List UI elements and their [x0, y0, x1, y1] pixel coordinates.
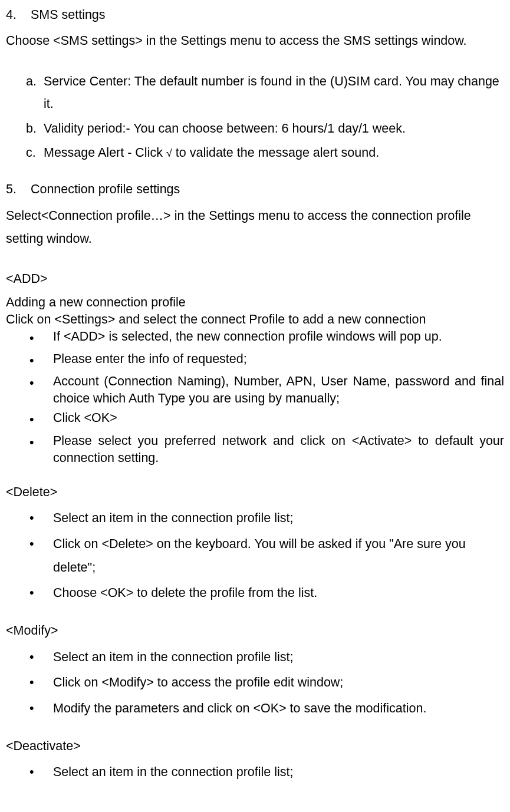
checkmark-icon: √	[166, 147, 172, 159]
section-5-num: 5.	[6, 179, 17, 199]
deactivate-item-0: Select an item in the connection profile…	[53, 761, 504, 784]
list-item-c: Message Alert - Click √ to validate the …	[44, 143, 504, 163]
bullet-icon: •	[29, 646, 53, 669]
bullet-icon: •	[29, 433, 53, 467]
list-marker-c: c.	[26, 143, 44, 163]
modify-list: • Select an item in the connection profi…	[6, 646, 504, 721]
bullet-icon: •	[29, 533, 53, 580]
deactivate-heading: <Deactivate>	[6, 736, 504, 756]
add-item-0: If <ADD> is selected, the new connection…	[53, 328, 504, 348]
add-sub2: Click on <Settings> and select the conne…	[6, 311, 504, 328]
add-item-3: Click <OK>	[53, 410, 504, 430]
section-5-title: Connection profile settings	[31, 182, 180, 196]
section-5-heading: 5. Connection profile settings	[6, 179, 504, 199]
delete-list: • Select an item in the connection profi…	[6, 507, 504, 605]
modify-item-1: Click on <Modify> to access the profile …	[53, 671, 504, 695]
bullet-icon: •	[29, 761, 53, 784]
list-item-b: Validity period:- You can choose between…	[44, 118, 504, 138]
bullet-icon: •	[29, 697, 53, 721]
item-c-before: Message Alert - Click	[44, 146, 166, 160]
bullet-icon: •	[29, 351, 53, 371]
section-4-title: SMS settings	[31, 8, 106, 22]
bullet-icon: •	[29, 582, 53, 605]
delete-item-2: Choose <OK> to delete the profile from t…	[53, 582, 504, 605]
section-4-num: 4.	[6, 5, 17, 25]
list-item-a: Service Center: The default number is fo…	[44, 71, 504, 115]
add-item-2: Account (Connection Naming), Number, APN…	[53, 373, 504, 407]
add-list: • If <ADD> is selected, the new connecti…	[6, 328, 504, 467]
bullet-icon: •	[29, 373, 53, 407]
delete-item-0: Select an item in the connection profile…	[53, 507, 504, 530]
bullet-icon: •	[29, 507, 53, 530]
section-4-list: a. Service Center: The default number is…	[6, 71, 504, 163]
list-marker-b: b.	[26, 118, 44, 138]
add-heading: <ADD>	[6, 269, 504, 289]
list-marker-a: a.	[26, 71, 44, 115]
add-item-4: Please select you preferred network and …	[53, 433, 504, 467]
modify-item-0: Select an item in the connection profile…	[53, 646, 504, 669]
modify-heading: <Modify>	[6, 620, 504, 641]
section-5-intro: Select<Connection profile…> in the Setti…	[6, 204, 504, 252]
add-sub1: Adding a new connection profile	[6, 294, 504, 311]
deactivate-list: • Select an item in the connection profi…	[6, 761, 504, 784]
add-item-1: Please enter the info of requested;	[53, 351, 504, 371]
section-4-heading: 4. SMS settings	[6, 5, 504, 25]
bullet-icon: •	[29, 328, 53, 348]
item-c-after: to validate the message alert sound.	[172, 146, 379, 160]
bullet-icon: •	[29, 671, 53, 695]
section-4-intro: Choose <SMS settings> in the Settings me…	[6, 29, 504, 53]
delete-item-1: Click on <Delete> on the keyboard. You w…	[53, 533, 504, 580]
modify-item-2: Modify the parameters and click on <OK> …	[53, 697, 504, 721]
delete-heading: <Delete>	[6, 482, 504, 502]
bullet-icon: •	[29, 410, 53, 430]
